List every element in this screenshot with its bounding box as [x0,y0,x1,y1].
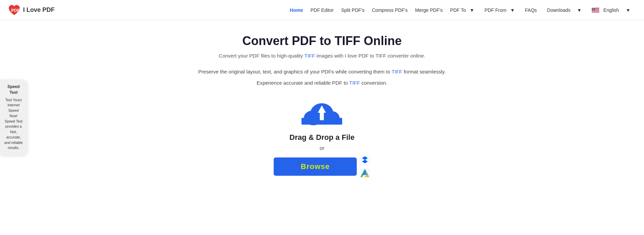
svg-point-11 [594,8,594,8]
upload-area: Drag & Drop a File or Browse [274,99,370,178]
page-subtitle: Convert your PDF files to high-quality T… [219,53,425,59]
nav-menu: Home PDF Editor Split PDF's Compress PDF… [287,5,636,16]
cloud-upload-icon [301,99,342,130]
drag-drop-label: Drag & Drop a File [290,133,355,142]
svg-point-15 [594,8,594,8]
svg-point-21 [592,9,593,9]
svg-rect-4 [592,10,599,11]
page-description1: Preserve the original layout, text, and … [198,69,446,74]
nav-language[interactable]: English ▼ [589,5,636,16]
language-label: English [601,6,622,14]
nav-faqs[interactable]: FAQs [522,6,540,14]
logo[interactable]: PDF I Love PDF [8,4,55,16]
nav-split-pdf[interactable]: Split PDF's [338,6,367,14]
nav-compress-pdf[interactable]: Compress PDF's [369,6,410,14]
svg-point-20 [594,9,594,9]
google-drive-icon[interactable] [359,168,370,178]
svg-point-16 [592,9,592,9]
svg-point-23 [593,9,594,9]
nav-downloads[interactable]: Downloads ▼ [542,5,587,16]
pdf-from-chevron-icon: ▼ [507,6,518,14]
svg-point-18 [593,9,593,9]
svg-text:PDF: PDF [11,8,20,13]
nav-merge-pdf[interactable]: Merge PDF's [412,6,445,14]
svg-point-9 [593,8,593,8]
page-description2: Experience accurate and reliable PDF to … [257,80,388,86]
browse-button[interactable]: Browse [274,157,357,176]
logo-heart-icon: PDF [8,4,20,16]
language-chevron-icon: ▼ [623,6,633,14]
page-title: Convert PDF to TIFF Online [242,34,402,48]
speed-test-widget[interactable]: Speed Test Test Yours Internet Speed Now… [0,79,27,155]
svg-point-7 [592,8,592,8]
svg-point-12 [592,8,593,8]
svg-point-19 [594,9,594,9]
svg-rect-5 [592,12,599,12]
logo-text: I Love PDF [23,6,55,14]
main-content: Convert PDF to TIFF Online Convert your … [0,20,644,199]
dropbox-icon[interactable] [359,155,370,166]
or-label: or [319,145,324,151]
nav-pdf-from[interactable]: PDF From ▼ [482,5,520,16]
svg-point-22 [593,9,593,9]
svg-point-24 [594,9,594,9]
svg-point-10 [594,8,594,8]
widget-title: Speed Test [4,84,23,95]
widget-body: Test Yours Internet Speed Now! Speed Tes… [4,98,23,151]
svg-point-8 [593,8,593,8]
pdf-to-chevron-icon: ▼ [467,6,477,14]
svg-point-13 [593,8,593,8]
nav-pdf-to[interactable]: PDF To ▼ [447,5,480,16]
flag-icon [592,8,599,13]
svg-point-14 [593,8,594,8]
nav-pdf-editor[interactable]: PDF Editor [308,6,336,14]
downloads-chevron-icon: ▼ [574,6,584,14]
svg-point-17 [593,9,593,9]
cloud-storage-icons [359,155,370,178]
nav-home[interactable]: Home [287,6,306,14]
browse-row: Browse [274,155,370,178]
